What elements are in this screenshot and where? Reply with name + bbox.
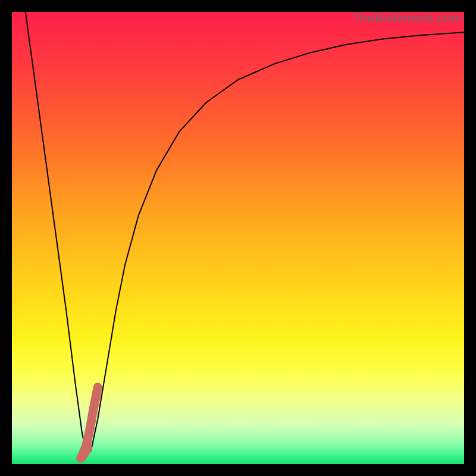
watermark-text: TheBottleneck.com (353, 11, 462, 25)
bottleneck-chart (12, 12, 464, 464)
chart-frame: TheBottleneck.com (12, 12, 464, 464)
